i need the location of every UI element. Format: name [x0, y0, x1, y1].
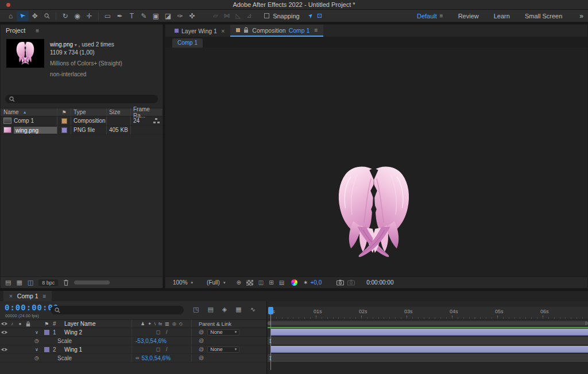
- stopwatch-icon[interactable]: ◷: [34, 338, 39, 344]
- close-tab-icon[interactable]: ×: [221, 28, 225, 34]
- snapping-checkbox[interactable]: [264, 13, 269, 18]
- column-size[interactable]: Size: [106, 108, 130, 116]
- zoom-tool-icon[interactable]: [41, 11, 53, 21]
- layer-switches[interactable]: ◻ /: [131, 345, 191, 353]
- close-tab-icon[interactable]: ×: [9, 293, 13, 299]
- project-search-input[interactable]: [5, 95, 158, 103]
- interpret-footage-icon[interactable]: ▤: [5, 279, 11, 286]
- hand-tool-icon[interactable]: ✥: [29, 11, 41, 21]
- work-area-bar[interactable]: [268, 321, 588, 325]
- column-frame-rate[interactable]: Frame Ra...: [130, 108, 163, 116]
- table-row-wing-png[interactable]: wing.png PNG file 405 KB: [1, 126, 163, 135]
- layer-duration-bar[interactable]: [270, 346, 588, 353]
- property-pickwhip-icon[interactable]: @: [199, 338, 204, 344]
- scale-value-wing1[interactable]: ∞ 53,0,54,6%: [131, 354, 191, 362]
- panel-menu-icon[interactable]: ≡: [314, 27, 318, 33]
- shy-layers-icon[interactable]: ◈: [222, 306, 227, 313]
- workspace-menu-icon[interactable]: ≡: [440, 13, 443, 19]
- property-name[interactable]: Scale: [41, 338, 131, 344]
- column-type[interactable]: Type: [71, 108, 106, 116]
- layer-name[interactable]: Wing 2: [63, 329, 131, 336]
- layer-color-chip[interactable]: [44, 347, 49, 352]
- column-label-color[interactable]: ⚑: [57, 108, 71, 116]
- puppet-pin-tool-icon[interactable]: ✜: [186, 11, 198, 21]
- project-bit-depth[interactable]: 8 bpc: [38, 279, 58, 286]
- selection-tool[interactable]: ➤: [17, 11, 29, 21]
- exposure-control[interactable]: ✶ +0,0: [303, 279, 322, 286]
- tab-layer-wing1[interactable]: Layer Wing 1 ×: [169, 25, 230, 37]
- mask-visibility-icon[interactable]: ◫: [258, 279, 264, 286]
- magnification-dropdown[interactable]: 100% ▾: [170, 279, 196, 286]
- frame-blending-icon[interactable]: ▦: [235, 306, 241, 313]
- snapshot-camera-icon[interactable]: [336, 279, 344, 286]
- collapse-box-icon[interactable]: ◻: [156, 329, 160, 335]
- link-dimensions-icon[interactable]: ∞: [136, 355, 139, 361]
- tab-timeline-comp1[interactable]: × Comp 1 ≡: [3, 291, 52, 301]
- parent-pickwhip-icon[interactable]: @: [199, 346, 204, 352]
- parent-dropdown[interactable]: None ▾: [207, 346, 239, 353]
- layer-visibility-toggle[interactable]: [0, 347, 8, 352]
- panel-menu-icon[interactable]: ≡: [36, 28, 39, 34]
- label-color-chip[interactable]: [61, 118, 67, 124]
- tab-composition-comp1[interactable]: Composition Comp 1 ≡: [230, 25, 323, 37]
- panel-menu-icon[interactable]: ≡: [43, 293, 47, 299]
- playhead-handle[interactable]: [268, 307, 273, 314]
- property-pickwhip-icon[interactable]: @: [199, 355, 204, 361]
- graph-editor-icon[interactable]: ∿: [250, 306, 256, 313]
- property-row-wing1-scale[interactable]: ◷ Scale ∞ 53,0,54,6% @: [0, 354, 266, 363]
- switches-column-header[interactable]: ♟ ✦ \ fx ▥ ◎ ◇: [131, 320, 191, 328]
- layer-duration-bar[interactable]: [270, 329, 588, 336]
- column-name[interactable]: Name ▲: [1, 108, 57, 116]
- show-snapshot-icon[interactable]: [347, 279, 355, 286]
- layer-name[interactable]: Wing 1: [63, 346, 131, 353]
- layer-name-column-header[interactable]: Layer Name: [63, 321, 131, 327]
- shape-tool-icon[interactable]: ▭: [102, 11, 114, 21]
- layer-row-wing2[interactable]: ∨ 1 Wing 2 ◻ / @ None ▾: [0, 328, 266, 337]
- rotation-tool-icon[interactable]: ↻: [59, 11, 71, 21]
- home-icon[interactable]: ⌂: [5, 11, 17, 21]
- workspace-review[interactable]: Review: [458, 13, 479, 20]
- horizontal-scrollbar[interactable]: [74, 280, 110, 285]
- composition-canvas[interactable]: [165, 48, 587, 276]
- camera-tool-icon[interactable]: ◉: [71, 11, 83, 21]
- scale-value-text[interactable]: 53,0,54,6%: [141, 355, 171, 361]
- new-folder-icon[interactable]: ▦: [16, 279, 22, 286]
- snapping-control[interactable]: Snapping: [264, 13, 300, 20]
- collapse-box-icon[interactable]: ◻: [156, 346, 160, 352]
- scale-value-wing2[interactable]: -53,0,54,6%: [131, 337, 191, 345]
- property-name[interactable]: Scale: [41, 355, 131, 361]
- layer-color-chip[interactable]: [44, 330, 49, 335]
- snap-option-icon[interactable]: ➤: [308, 12, 312, 20]
- footage-thumbnail[interactable]: [6, 39, 44, 68]
- parent-dropdown[interactable]: None ▾: [207, 329, 239, 336]
- draft-3d-icon[interactable]: ▤: [207, 306, 213, 313]
- layer-switches[interactable]: ◻ /: [131, 328, 191, 336]
- timeline-search-input[interactable]: [51, 306, 184, 314]
- workspace-small-screen[interactable]: Small Screen: [525, 13, 562, 20]
- clone-stamp-tool-icon[interactable]: ▣: [150, 11, 162, 21]
- label-column-icon[interactable]: ⚑: [44, 321, 49, 327]
- layer-visibility-toggle[interactable]: [0, 330, 8, 335]
- window-control-dot[interactable]: [6, 3, 10, 7]
- expand-layer-chevron[interactable]: ∨: [32, 347, 41, 352]
- workspace-default[interactable]: Default ≡: [417, 13, 443, 20]
- flowchart-icon[interactable]: [153, 118, 160, 123]
- snap-box-icon[interactable]: ⊡: [317, 12, 322, 20]
- table-row-comp1[interactable]: Comp 1 Composition 24: [1, 116, 163, 126]
- tab-project[interactable]: Project: [6, 27, 25, 34]
- property-row-wing2-scale[interactable]: ◷ Scale -53,0,54,6% @: [0, 337, 266, 345]
- brush-tool-icon[interactable]: ✎: [138, 11, 150, 21]
- playhead-line[interactable]: [270, 307, 271, 370]
- type-tool-icon[interactable]: T: [126, 11, 138, 21]
- label-color-chip[interactable]: [61, 127, 67, 133]
- transparency-grid-icon[interactable]: [246, 280, 253, 286]
- trash-icon[interactable]: [63, 279, 69, 286]
- parent-link-column-header[interactable]: Parent & Link: [191, 320, 266, 328]
- new-composition-icon[interactable]: ◫: [28, 279, 33, 286]
- pan-behind-tool-icon[interactable]: ✛: [83, 11, 95, 21]
- eraser-tool-icon[interactable]: ◪: [162, 11, 174, 21]
- parent-pickwhip-icon[interactable]: @: [199, 329, 204, 335]
- roto-brush-tool-icon[interactable]: ✑: [174, 11, 186, 21]
- resolution-dropdown[interactable]: (Full) ▾: [204, 279, 228, 286]
- index-column-header[interactable]: #: [52, 321, 63, 327]
